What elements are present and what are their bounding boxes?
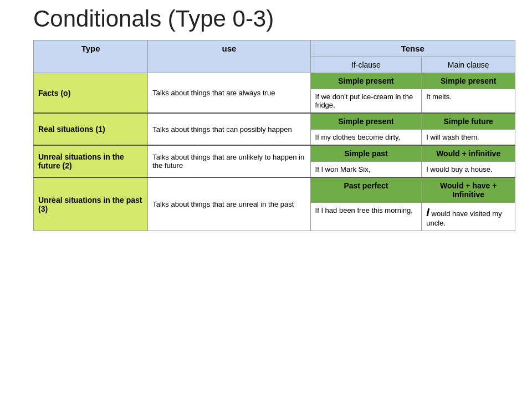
tense-if-label-2: Simple past: [310, 145, 422, 162]
example-main-1: I will wash them.: [422, 130, 515, 146]
example-if-1: If my clothes become dirty,: [310, 130, 422, 146]
tense-main-label-2: Would + infinitive: [422, 145, 515, 162]
example-if-2: If I won Mark Six,: [310, 162, 422, 178]
table-row: Facts (o) Talks about things that are al…: [34, 73, 515, 89]
type-cell-3: Unreal situations in the past (3): [34, 177, 148, 231]
type-cell-1: Real situations (1): [34, 113, 148, 145]
col-tense: Tense: [310, 40, 515, 57]
table-row: Unreal situations in the future (2) Talk…: [34, 145, 515, 162]
table-wrapper: Type use Tense If-clause Main clause Fac…: [33, 40, 515, 231]
col-use: use: [148, 40, 310, 73]
example-main-rest-3: would have visited my uncle.: [426, 209, 502, 227]
tense-if-label-3: Past perfect: [310, 177, 422, 203]
use-cell-2: Talks about things that are unlikely to …: [148, 145, 310, 177]
use-cell-1: Talks about things that can possibly hap…: [148, 113, 310, 145]
col-main-clause: Main clause: [422, 57, 515, 73]
type-cell-0: Facts (o): [34, 73, 148, 114]
tense-main-label-1: Simple future: [422, 113, 515, 130]
example-main-2: I would buy a house.: [422, 162, 515, 178]
use-cell-0: Talks about things that are always true: [148, 73, 310, 114]
example-main-0: It melts.: [422, 89, 515, 114]
tense-main-label-3: Would + have + Infinitive: [422, 177, 515, 203]
tense-if-label-1: Simple present: [310, 113, 422, 130]
conditionals-table: Type use Tense If-clause Main clause Fac…: [33, 40, 515, 231]
use-cell-3: Talks about things that are unreal in th…: [148, 177, 310, 231]
tense-main-label-0: Simple present: [422, 73, 515, 89]
col-type: Type: [34, 40, 148, 73]
table-row: Unreal situations in the past (3) Talks …: [34, 177, 515, 203]
table-row: Real situations (1) Talks about things t…: [34, 113, 515, 130]
example-main-3: I would have visited my uncle.: [422, 203, 515, 231]
col-if-clause: If-clause: [310, 57, 422, 73]
tense-if-label-0: Simple present: [310, 73, 422, 89]
example-if-3: If I had been free this morning,: [310, 203, 422, 231]
type-cell-2: Unreal situations in the future (2): [34, 145, 148, 177]
page-title: Conditionals (Type 0-3): [11, 6, 521, 32]
example-if-0: If we don't put ice-cream in the fridge,: [310, 89, 422, 114]
header-row-1: Type use Tense: [34, 40, 515, 57]
